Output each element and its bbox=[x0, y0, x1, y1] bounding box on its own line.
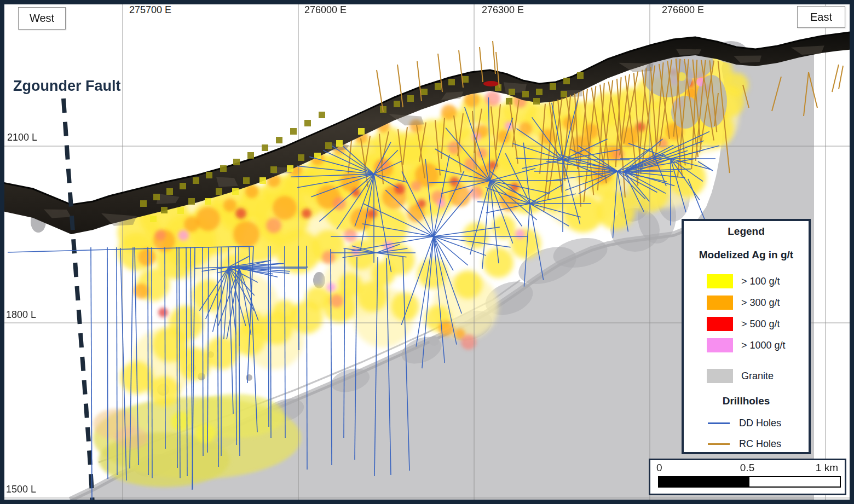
east-label-box: East bbox=[797, 6, 845, 28]
scale-bar-graphic bbox=[658, 476, 841, 488]
legend-panel: Legend Modelized Ag in g/t > 100 g/t > 3… bbox=[682, 219, 811, 454]
grade-100-swatch bbox=[707, 274, 733, 288]
granite-label: Granite bbox=[741, 370, 774, 382]
dd-holes-label: DD Holes bbox=[739, 418, 781, 429]
easting-tick-275700: 275700 E bbox=[129, 4, 171, 16]
legend-title: Legend bbox=[684, 225, 809, 237]
legend-item-100: > 100 g/t bbox=[707, 274, 809, 288]
legend-drillholes-title: Drillholes bbox=[684, 395, 809, 407]
cross-section-figure: West East 275700 E 276000 E 276300 E 276… bbox=[0, 0, 854, 504]
legend-item-1000: > 1000 g/t bbox=[707, 338, 809, 352]
level-tick-1500: 1500 L bbox=[6, 484, 36, 495]
rc-holes-line-sample bbox=[708, 443, 730, 445]
legend-item-dd-holes: DD Holes bbox=[708, 418, 809, 428]
grade-1000-label: > 1000 g/t bbox=[741, 340, 786, 351]
grade-500-label: > 500 g/t bbox=[741, 318, 780, 330]
level-tick-1800: 1800 L bbox=[6, 309, 36, 321]
east-label: East bbox=[810, 11, 832, 24]
legend-subtitle: Modelized Ag in g/t bbox=[684, 249, 809, 261]
granite-swatch bbox=[707, 369, 733, 383]
scale-half-label: 0.5 bbox=[732, 462, 762, 474]
dd-holes-line-sample bbox=[708, 422, 730, 424]
scale-bar: 0 0.5 1 km bbox=[649, 459, 846, 495]
grade-100-label: > 100 g/t bbox=[741, 276, 780, 287]
grade-300-swatch bbox=[707, 296, 733, 310]
grade-300-label: > 300 g/t bbox=[741, 297, 780, 309]
rc-holes-label: RC Holes bbox=[739, 438, 781, 450]
legend-item-rc-holes: RC Holes bbox=[708, 439, 809, 449]
easting-tick-276600: 276600 E bbox=[662, 4, 704, 16]
legend-item-granite: Granite bbox=[707, 369, 809, 383]
fault-label: Zgounder Fault bbox=[13, 78, 120, 95]
easting-tick-276000: 276000 E bbox=[304, 4, 347, 16]
grade-500-swatch bbox=[707, 317, 733, 331]
scale-bar-black-half bbox=[659, 477, 749, 486]
grade-1000-swatch bbox=[707, 338, 733, 352]
west-label: West bbox=[30, 12, 54, 25]
legend-item-300: > 300 g/t bbox=[707, 296, 809, 310]
scale-zero-label: 0 bbox=[656, 462, 662, 474]
zgounder-fault-line bbox=[64, 99, 93, 504]
scale-one-km-label: 1 km bbox=[816, 462, 838, 474]
west-label-box: West bbox=[18, 7, 66, 30]
legend-item-500: > 500 g/t bbox=[707, 317, 809, 331]
scale-bar-labels: 0 0.5 1 km bbox=[650, 460, 845, 473]
easting-tick-276300: 276300 E bbox=[482, 4, 524, 16]
level-tick-2100: 2100 L bbox=[7, 132, 37, 143]
